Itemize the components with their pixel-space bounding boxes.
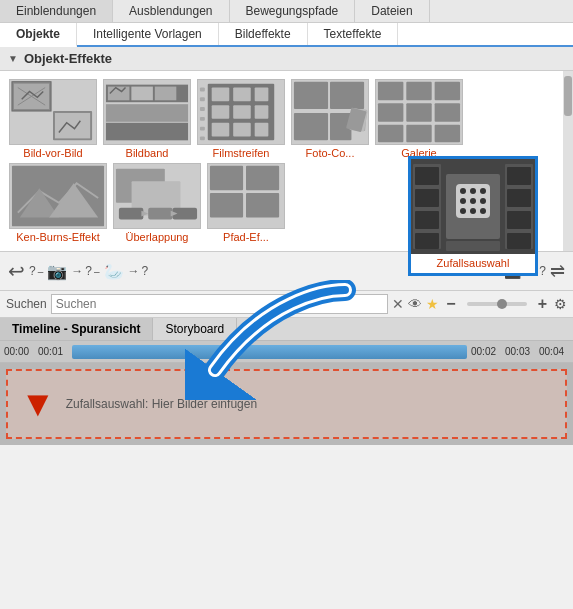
svg-rect-10	[106, 104, 188, 122]
svg-rect-43	[435, 82, 460, 101]
effect-label-bildband: Bildband	[126, 147, 169, 159]
section-title: Objekt-Effekte	[24, 51, 112, 66]
effect-thumb-ken-burns	[9, 163, 107, 229]
collapse-icon[interactable]: ▼	[8, 53, 18, 64]
toolbar-arrow1: →	[71, 264, 83, 278]
svg-rect-65	[246, 166, 279, 190]
svg-rect-24	[233, 123, 251, 137]
tab-bewegungspfade[interactable]: Bewegungspfade	[230, 0, 356, 22]
size-slider[interactable]	[467, 302, 527, 306]
svg-rect-48	[406, 125, 431, 143]
svg-point-77	[480, 188, 486, 194]
toolbar-undo[interactable]: ↩	[6, 257, 27, 285]
size-plus-button[interactable]: +	[535, 295, 550, 313]
svg-rect-88	[507, 233, 531, 249]
svg-rect-26	[200, 88, 205, 92]
svg-rect-18	[233, 88, 251, 102]
svg-rect-31	[200, 136, 205, 140]
toolbar-dot1: –	[38, 266, 44, 277]
svg-rect-28	[200, 107, 205, 111]
svg-rect-85	[507, 167, 531, 185]
effect-filmstreifen[interactable]: Filmstreifen	[196, 79, 286, 159]
effect-label-bild-vor-bild: Bild-vor-Bild	[23, 147, 82, 159]
effect-thumb-pfad-ef	[207, 163, 285, 229]
tab-einblendungen[interactable]: Einblendungen	[0, 0, 113, 22]
toolbar-shuffle[interactable]: ⇌	[548, 258, 567, 284]
main-container: Einblendungen Ausblendungen Bewegungspfa…	[0, 0, 573, 445]
size-minus-button[interactable]: −	[443, 295, 458, 313]
gear-icon[interactable]: ⚙	[554, 296, 567, 312]
svg-rect-71	[415, 211, 439, 229]
toolbar-dot2: –	[94, 266, 100, 277]
zufalls-effect-label: Zufallsauswahl	[437, 257, 510, 269]
playhead-control[interactable]: 00:01	[38, 346, 68, 357]
svg-rect-14	[155, 87, 177, 101]
camera-icon: 📷	[47, 262, 67, 281]
svg-rect-42	[406, 82, 431, 101]
svg-rect-27	[200, 97, 205, 101]
second-tabs: Objekte Intelligente Vorlagen Bildeffekt…	[0, 23, 573, 47]
effect-thumb-galerie	[375, 79, 463, 145]
effect-label-pfad-ef: Pfad-Ef...	[223, 231, 269, 243]
undo-icon: ↩	[8, 259, 25, 283]
cancel-search-icon[interactable]: ✕	[392, 296, 404, 312]
svg-rect-44	[378, 103, 403, 122]
svg-rect-33	[294, 82, 328, 109]
big-arrow	[185, 280, 385, 403]
svg-rect-47	[378, 125, 403, 143]
svg-rect-19	[255, 88, 269, 102]
drop-arrow-icon: ▼	[20, 383, 56, 425]
svg-rect-46	[435, 103, 460, 122]
time-marker-3: 00:03	[505, 346, 535, 357]
svg-point-78	[460, 198, 466, 204]
time-marker-0: 00:00	[4, 346, 34, 357]
effect-label-ueberlappung: Überlappung	[126, 231, 189, 243]
effect-foto-co[interactable]: Foto-Co...	[290, 79, 370, 159]
svg-point-75	[460, 188, 466, 194]
svg-point-76	[470, 188, 476, 194]
svg-rect-17	[212, 88, 230, 102]
tab-timeline[interactable]: Timeline - Spuransicht	[0, 318, 153, 340]
svg-rect-69	[415, 167, 439, 185]
effects-grid-container: Bild-vor-Bild	[0, 71, 573, 251]
search-label: Suchen	[6, 297, 47, 311]
swan-icon: 🦢	[104, 262, 124, 281]
svg-rect-30	[200, 127, 205, 131]
toolbar-swan[interactable]: 🦢	[102, 260, 126, 283]
svg-point-83	[480, 208, 486, 214]
tab-ausblendungen[interactable]: Ausblendungen	[113, 0, 229, 22]
svg-rect-20	[212, 105, 230, 119]
tab-texteffekte[interactable]: Texteffekte	[308, 23, 399, 45]
effects-area: Bild-vor-Bild	[0, 71, 573, 251]
effect-label-ken-burns: Ken-Burns-Effekt	[16, 231, 100, 243]
svg-point-81	[460, 208, 466, 214]
effect-ken-burns[interactable]: Ken-Burns-Effekt	[8, 163, 108, 243]
effect-pfad-ef[interactable]: Pfad-Ef...	[206, 163, 286, 243]
effect-thumb-foto-co	[291, 79, 369, 145]
time-marker-4: 00:04	[539, 346, 569, 357]
tab-dateien[interactable]: Dateien	[355, 0, 429, 22]
eye-icon[interactable]: 👁	[408, 296, 422, 312]
effect-bild-vor-bild[interactable]: Bild-vor-Bild	[8, 79, 98, 159]
section-header: ▼ Objekt-Effekte	[0, 47, 573, 71]
scrollbar[interactable]	[563, 71, 573, 251]
scrollbar-thumb	[564, 76, 572, 116]
shuffle-icon: ⇌	[550, 260, 565, 282]
favorite-icon[interactable]: ★	[426, 296, 439, 312]
svg-point-79	[470, 198, 476, 204]
effect-label-filmstreifen: Filmstreifen	[213, 147, 270, 159]
toolbar-q2: ?	[85, 264, 92, 278]
toolbar-camera[interactable]: 📷	[45, 260, 69, 283]
top-tabs: Einblendungen Ausblendungen Bewegungspfa…	[0, 0, 573, 23]
effect-galerie[interactable]: Galerie	[374, 79, 464, 159]
effect-bildband[interactable]: Bildband	[102, 79, 192, 159]
tab-bildeffekte[interactable]: Bildeffekte	[219, 23, 308, 45]
zufalls-popup[interactable]: Zufallsauswahl	[408, 156, 538, 276]
svg-rect-89	[446, 241, 500, 251]
effect-ueberlappung[interactable]: Überlappung	[112, 163, 202, 243]
tab-objekte[interactable]: Objekte	[0, 23, 77, 47]
svg-rect-57	[119, 208, 143, 220]
tab-vorlagen[interactable]: Intelligente Vorlagen	[77, 23, 219, 45]
svg-rect-29	[200, 117, 205, 121]
svg-rect-25	[255, 123, 269, 137]
